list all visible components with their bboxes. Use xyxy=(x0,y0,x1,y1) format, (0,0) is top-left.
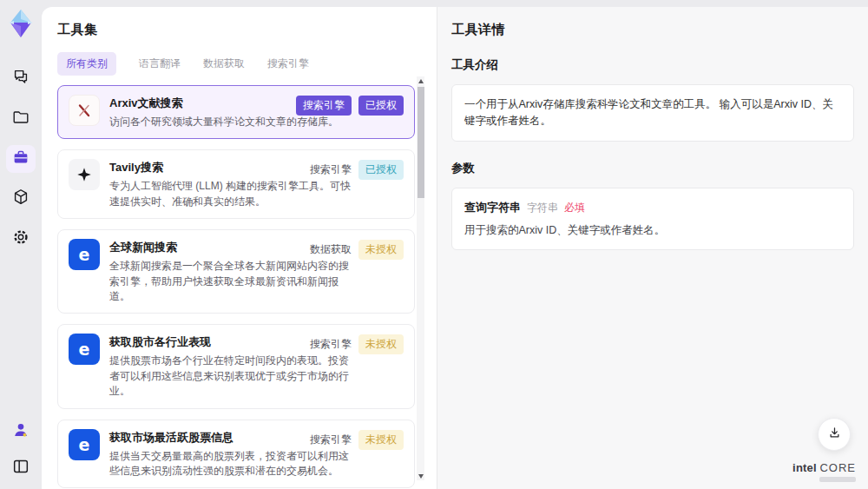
tool-description: 访问各个研究领域大量科学论文和文章的存储库。 xyxy=(109,115,342,129)
brand-intel-text: intel xyxy=(792,461,817,474)
tool-card-global-news[interactable]: e 全球新闻搜索 全球新闻搜索是一个聚合全球各大新闻网站内容的搜索引擎，帮助用户… xyxy=(57,229,415,314)
brand-sub-mark xyxy=(819,477,856,482)
tool-list-scrollbar[interactable] xyxy=(417,76,424,480)
param-card: 查询字符串 字符串 必填 用于搜索的Arxiv ID、关键字或作者姓名。 xyxy=(451,188,854,250)
blue-e-icon: e xyxy=(69,334,100,365)
category-label: 搜索引擎 xyxy=(310,337,352,352)
tool-card-stock-sector[interactable]: e 获取股市各行业表现 提供股票市场各个行业在特定时间段内的表现。投资者可以利用… xyxy=(57,324,415,408)
sidebar-item-panel-toggle[interactable] xyxy=(6,454,36,482)
sidebar-item-files[interactable] xyxy=(6,105,36,133)
panel-layout-icon xyxy=(11,457,30,479)
sidebar-item-settings[interactable] xyxy=(6,225,36,253)
sidebar-item-account[interactable] xyxy=(6,418,36,446)
tool-card-arxiv[interactable]: Arxiv文献搜索 访问各个研究领域大量科学论文和文章的存储库。 搜索引擎 已授… xyxy=(57,85,415,139)
scroll-up-icon[interactable] xyxy=(417,76,424,85)
blue-e-icon: e xyxy=(69,429,100,460)
intro-heading: 工具介绍 xyxy=(451,57,854,73)
tool-description: 全球新闻搜索是一个聚合全球各大新闻网站内容的搜索引擎，帮助用户快速获取全球最新资… xyxy=(109,259,351,304)
tab-all-categories[interactable]: 所有类别 xyxy=(57,52,116,76)
category-tabs: 所有类别 语言翻译 数据获取 搜索引擎 xyxy=(57,52,437,76)
gear-icon xyxy=(11,228,30,250)
tab-language-translation[interactable]: 语言翻译 xyxy=(139,56,181,71)
detail-title: 工具详情 xyxy=(451,22,854,38)
chat-icon xyxy=(11,68,30,90)
tool-card-tavily[interactable]: Tavily搜索 专为人工智能代理 (LLM) 构建的搜索引擎工具。可快速提供实… xyxy=(57,149,415,219)
brand-core-text: CORE xyxy=(819,461,856,474)
tool-list: Arxiv文献搜索 访问各个研究领域大量科学论文和文章的存储库。 搜索引擎 已授… xyxy=(57,85,415,489)
download-button[interactable] xyxy=(818,418,851,451)
user-icon xyxy=(11,420,30,443)
main-content: 工具集 所有类别 语言翻译 数据获取 搜索引擎 Arxiv文献搜索 访问各个研究… xyxy=(42,7,868,489)
toolset-panel: 工具集 所有类别 语言翻译 数据获取 搜索引擎 Arxiv文献搜索 访问各个研究… xyxy=(42,7,437,489)
scroll-down-icon[interactable] xyxy=(417,472,424,480)
tool-card-active-stocks[interactable]: e 获取市场最活跃股票信息 提供当天交易量最高的股票列表，投资者可以利用这些信息… xyxy=(57,420,415,489)
sparkle-star-icon xyxy=(69,159,100,190)
intro-text: 一个用于从Arxiv存储库搜索科学论文和文章的工具。 输入可以是Arxiv ID… xyxy=(464,96,841,129)
sidebar-item-toolset[interactable] xyxy=(6,145,36,173)
tool-description: 专为人工智能代理 (LLM) 构建的搜索引擎工具。可快速提供实时、准确和真实的结… xyxy=(109,179,351,209)
param-required-badge: 必填 xyxy=(564,201,585,215)
download-icon xyxy=(826,425,843,445)
sidebar-item-chat[interactable] xyxy=(6,65,36,93)
auth-status-badge: 未授权 xyxy=(358,334,404,354)
params-heading: 参数 xyxy=(451,161,854,176)
sidebar-item-packages[interactable] xyxy=(6,185,36,213)
folder-icon xyxy=(11,108,30,130)
tool-description: 提供当天交易量最高的股票列表，投资者可以利用这些信息来识别流动性强的股票和潜在的… xyxy=(109,449,351,479)
blue-e-icon: e xyxy=(69,239,100,270)
left-rail xyxy=(0,0,42,489)
tool-detail-panel: 工具详情 工具介绍 一个用于从Arxiv存储库搜索科学论文和文章的工具。 输入可… xyxy=(437,7,868,489)
briefcase-icon xyxy=(11,148,30,170)
page-title: 工具集 xyxy=(57,22,437,38)
scrollbar-thumb[interactable] xyxy=(418,87,424,198)
auth-status-badge: 已授权 xyxy=(358,160,404,180)
tab-data-acquisition[interactable]: 数据获取 xyxy=(203,56,245,71)
category-badge: 搜索引擎 xyxy=(296,96,352,116)
cube-icon xyxy=(11,188,30,210)
category-label: 搜索引擎 xyxy=(310,433,352,447)
intel-core-logo: intel CORE xyxy=(792,462,856,482)
auth-status-badge: 未授权 xyxy=(358,240,404,260)
param-name: 查询字符串 xyxy=(464,200,521,215)
auth-status-badge: 已授权 xyxy=(358,96,404,116)
app-logo-icon[interactable] xyxy=(6,8,36,39)
category-label: 数据获取 xyxy=(310,242,352,257)
tab-search-engine[interactable]: 搜索引擎 xyxy=(267,56,309,71)
param-type: 字符串 xyxy=(527,201,558,215)
auth-status-badge: 未授权 xyxy=(358,430,404,450)
category-label: 搜索引擎 xyxy=(310,162,352,177)
arxiv-x-icon xyxy=(69,95,100,126)
intro-card: 一个用于从Arxiv存储库搜索科学论文和文章的工具。 输入可以是Arxiv ID… xyxy=(451,84,854,142)
param-description: 用于搜索的Arxiv ID、关键字或作者姓名。 xyxy=(464,223,841,238)
tool-description: 提供股票市场各个行业在特定时间段内的表现。投资者可以利用这些信息来识别表现优于或… xyxy=(109,354,351,399)
